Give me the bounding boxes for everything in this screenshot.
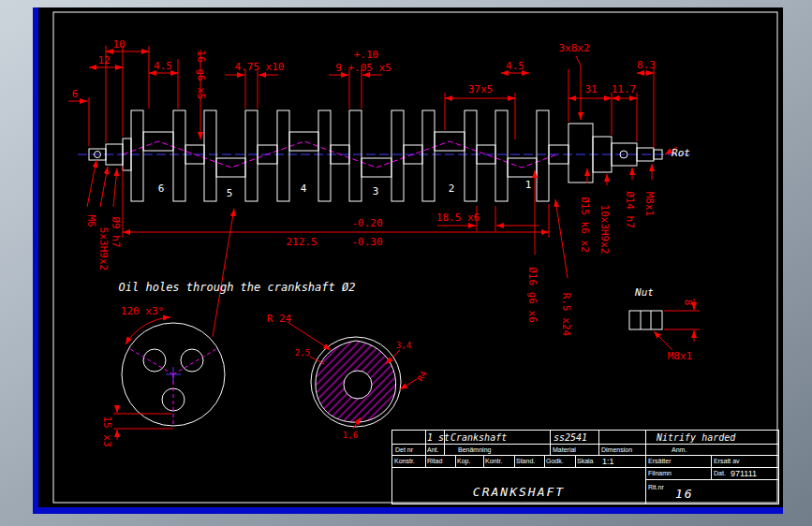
tb-remark-value: Nitrify harded: [657, 432, 735, 443]
tb-ersatt-av-label: Ersatt av: [714, 458, 740, 464]
tb-material-label: Material: [553, 446, 576, 453]
title-block: 1 st Crankshaft ss2541 Nitrify harded De…: [391, 430, 779, 504]
tb-quantity-value: 1 st: [427, 432, 450, 443]
tb-ersatter-label: Ersätter: [648, 458, 672, 464]
title-block-line: [455, 455, 456, 467]
drawing-viewport[interactable]: 612104.516 g6 x54.75 x10+.109 +.05 x537x…: [33, 7, 783, 514]
tb-designation-value: Crankshaft: [450, 432, 507, 443]
tb-detnr-label: Det nr: [395, 446, 413, 453]
title-block-line: [598, 431, 599, 455]
title-block-line: [425, 431, 426, 467]
title-block-line: [645, 479, 778, 480]
nut-view: [629, 311, 662, 329]
cad-window: { "colors":{ "background_top":"#ccd5dc",…: [0, 0, 812, 526]
title-block-line: [550, 431, 551, 455]
tb-konstr-label: Konstr.: [394, 458, 415, 464]
title-block-line: [483, 455, 484, 467]
tb-benamning-label: Benämning: [458, 446, 491, 453]
title-block-line: [392, 444, 778, 445]
tb-skala-label: Skala: [577, 458, 594, 464]
tb-dat-label: Dat.: [714, 470, 726, 476]
tb-ritad-label: Ritad: [427, 458, 442, 464]
tb-dimension-label: Dimension: [601, 446, 632, 453]
title-block-line: [392, 455, 778, 456]
tb-ant-label: Ant.: [427, 446, 438, 453]
tb-filnamn-label: Filnamn: [648, 470, 672, 476]
tb-kontr-label: Kontr.: [485, 458, 502, 464]
crankshaft-outline: [89, 110, 662, 201]
title-block-line: [544, 455, 545, 467]
title-block-line: [514, 455, 515, 467]
tb-skala-value: 1:1: [602, 457, 614, 466]
title-block-line: [711, 455, 712, 479]
section-view: [311, 337, 401, 427]
tb-dat-value: 971111: [731, 469, 757, 478]
title-block-line: [645, 431, 646, 504]
title-block-line: [392, 467, 778, 468]
tb-godk-label: Godk.: [546, 458, 564, 464]
tb-stand-label: Stand.: [516, 458, 535, 464]
title-block-line: [575, 455, 576, 467]
tb-ritnr-value: 16: [675, 487, 694, 501]
tb-anm-label: Anm.: [672, 446, 687, 453]
tb-ritnr-label: Rit.nr: [648, 484, 664, 490]
tb-kop-label: Kop.: [457, 458, 470, 464]
tb-material-value: ss2541: [554, 432, 587, 443]
tb-drawing-title: CRANKSHAFT: [392, 485, 645, 499]
